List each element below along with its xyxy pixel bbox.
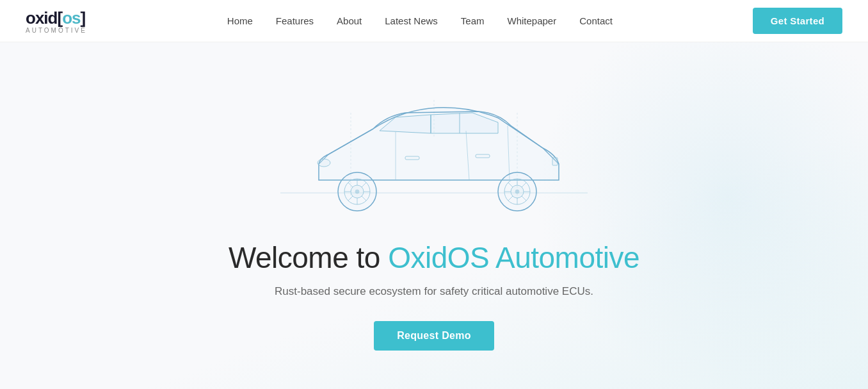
- hero-section: Welcome to OxidOS Automotive Rust-based …: [0, 42, 868, 389]
- get-started-button[interactable]: Get Started: [753, 8, 842, 34]
- nav-contact[interactable]: Contact: [579, 15, 613, 26]
- svg-point-35: [317, 159, 330, 167]
- navbar: oxid[os] AUTOMOTIVE Home Features About …: [0, 0, 868, 42]
- hero-content: Welcome to OxidOS Automotive Rust-based …: [229, 240, 639, 351]
- hero-title-prefix: Welcome to: [229, 241, 388, 274]
- nav-whitepaper[interactable]: Whitepaper: [508, 15, 557, 26]
- nav-home[interactable]: Home: [227, 15, 253, 26]
- logo-bracket-right: ]: [80, 8, 85, 28]
- logo-oxid: oxid: [26, 8, 57, 28]
- svg-point-14: [355, 190, 359, 194]
- nav-features[interactable]: Features: [276, 15, 314, 26]
- svg-rect-36: [552, 158, 558, 165]
- hero-subtitle: Rust-based secure ecosystem for safety c…: [229, 285, 639, 298]
- logo-os: os: [62, 8, 80, 28]
- nav-links: Home Features About Latest News Team Whi…: [227, 15, 613, 27]
- logo-subtitle: AUTOMOTIVE: [26, 27, 87, 34]
- logo-bracket-left: [: [57, 8, 62, 28]
- request-demo-button[interactable]: Request Demo: [374, 321, 494, 351]
- nav-latest-news[interactable]: Latest News: [385, 15, 438, 26]
- nav-about[interactable]: About: [337, 15, 362, 26]
- nav-team[interactable]: Team: [461, 15, 485, 26]
- hero-title-brand: OxidOS Automotive: [388, 241, 639, 274]
- car-illustration: [268, 68, 600, 222]
- hero-title: Welcome to OxidOS Automotive: [229, 240, 639, 275]
- logo[interactable]: oxid[os] AUTOMOTIVE: [26, 8, 87, 34]
- svg-point-26: [515, 190, 519, 194]
